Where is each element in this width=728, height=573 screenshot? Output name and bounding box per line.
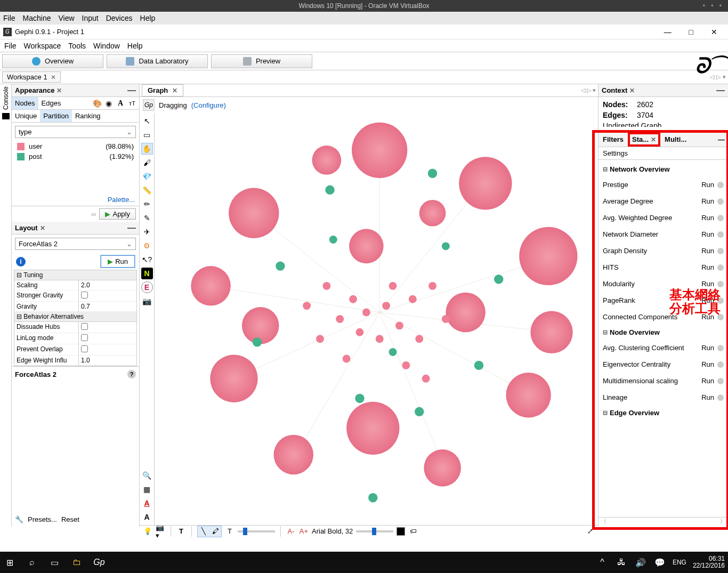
vb-menu-devices[interactable]: Devices	[106, 14, 133, 22]
n-tool[interactable]: N	[141, 268, 153, 279]
behavior-group[interactable]: ⊟ Behavior Alternatives	[14, 312, 136, 322]
diamond-tool[interactable]: 💎	[141, 171, 153, 182]
unique-tab[interactable]: Unique	[12, 110, 40, 122]
rectangle-select-tool[interactable]: ▭	[141, 129, 153, 141]
label-size-icon[interactable]: тT	[127, 99, 137, 108]
graph-canvas[interactable]	[155, 113, 598, 525]
workspace-tab[interactable]: Workspace 1✕	[2, 71, 61, 83]
label-color-icon[interactable]: A	[116, 99, 125, 108]
tab-menu-icon[interactable]: ▾	[593, 87, 596, 93]
partition-row-user[interactable]: user (98.08%)	[12, 141, 139, 151]
close-icon[interactable]: ✕	[629, 87, 635, 94]
wrench-icon[interactable]: 🔧	[15, 515, 23, 523]
edge-line-icon[interactable]: ╲	[198, 526, 209, 537]
nodes-tab[interactable]: Nodes	[12, 97, 38, 109]
volume-icon[interactable]: 🔊	[634, 556, 647, 569]
gephi-taskbar-icon[interactable]: Gp	[93, 556, 106, 569]
drag-tool[interactable]: ✋	[141, 143, 153, 155]
e-tool[interactable]: E	[141, 281, 153, 293]
text-tool[interactable]: A	[141, 511, 153, 523]
color-icon[interactable]: 🎨	[92, 99, 102, 108]
dissuade-hubs-checkbox[interactable]	[81, 323, 88, 330]
font-smaller-icon[interactable]: A-	[286, 527, 296, 536]
pointer-tool[interactable]: ↖	[141, 115, 153, 127]
airplane-tool[interactable]: ✈	[141, 226, 153, 238]
scaling-field[interactable]: 2.0	[78, 280, 136, 290]
brush-tool[interactable]: 🖌	[141, 157, 153, 168]
menu-tools[interactable]: Tools	[68, 42, 86, 50]
minimize-panel-icon[interactable]: —	[716, 86, 725, 95]
font-label[interactable]: Arial Bold, 32	[312, 527, 353, 535]
edge-weight-toggle[interactable]: T	[225, 527, 234, 536]
font-larger-icon[interactable]: A+	[299, 527, 309, 536]
gear-icon[interactable]: ⚙	[141, 240, 153, 252]
lightbulb-icon[interactable]: 💡	[143, 527, 152, 536]
vb-menu-input[interactable]: Input	[82, 14, 99, 22]
label-toggle-icon[interactable]: T	[176, 527, 186, 536]
configure-link[interactable]: (Configure)	[191, 101, 226, 109]
edge-color-icon[interactable]: 🖍	[209, 526, 221, 537]
zoom-tool[interactable]: 🔍	[141, 470, 153, 481]
task-view-icon[interactable]: ▭	[48, 556, 61, 569]
minimize-panel-icon[interactable]: —	[127, 86, 136, 95]
layout-algorithm-select[interactable]: ForceAtlas 2	[15, 238, 136, 250]
vb-menu-view[interactable]: View	[58, 14, 74, 22]
preview-mode-button[interactable]: Preview	[211, 54, 312, 68]
prevent-overlap-checkbox[interactable]	[81, 345, 88, 352]
file-explorer-icon[interactable]: 🗀	[70, 556, 83, 569]
edge-display-group[interactable]: ╲ 🖍	[197, 526, 222, 537]
partition-tab[interactable]: Partition	[40, 110, 72, 122]
console-gutter[interactable]: Console	[0, 84, 12, 527]
stronger-gravity-checkbox[interactable]	[81, 292, 88, 298]
close-icon[interactable]: ✕	[56, 87, 62, 94]
reset-link[interactable]: Reset	[61, 515, 79, 523]
label-size-slider[interactable]	[356, 530, 393, 532]
label-color-swatch[interactable]	[397, 527, 405, 536]
ranking-tab[interactable]: Ranking	[72, 110, 104, 122]
minimize-panel-icon[interactable]: —	[127, 223, 136, 233]
close-icon[interactable]: ✕	[51, 74, 56, 81]
edge-pencil-tool[interactable]: ✎	[141, 212, 153, 224]
partition-attribute-select[interactable]: type	[15, 126, 136, 138]
presets-link[interactable]: Presets...	[28, 515, 57, 523]
partition-row-post[interactable]: post (1.92%)	[12, 151, 139, 162]
menu-help[interactable]: Help	[127, 42, 143, 50]
pencil-tool[interactable]: ✏	[141, 198, 153, 210]
tab-next-icon[interactable]: ▷	[587, 87, 591, 93]
vb-menu-machine[interactable]: Machine	[23, 14, 51, 22]
palette-link[interactable]: Palette...	[108, 196, 135, 204]
menu-file[interactable]: File	[4, 42, 17, 50]
edges-tab[interactable]: Edges	[38, 97, 64, 109]
tab-menu-icon[interactable]: ▾	[723, 74, 726, 80]
maximize-button[interactable]: □	[680, 28, 701, 36]
camera-icon[interactable]: 📷	[141, 295, 153, 307]
search-icon[interactable]: ⌕	[26, 556, 38, 569]
sizer-tool[interactable]: 📏	[141, 184, 153, 196]
graph-tab[interactable]: Graph✕	[142, 84, 183, 96]
apply-button[interactable]: ▶Apply	[99, 208, 136, 220]
tuning-group[interactable]: ⊟ Tuning	[14, 270, 136, 280]
info-icon[interactable]: i	[16, 257, 26, 267]
layout-run-button[interactable]: ▶Run	[101, 255, 135, 268]
tab-prev-icon[interactable]: ◁	[710, 74, 714, 80]
edge-weight-field[interactable]: 1.0	[78, 356, 136, 365]
tab-next-icon[interactable]: ▷	[716, 74, 721, 80]
system-clock[interactable]: 06:31 22/12/2016	[693, 555, 725, 569]
minimize-button[interactable]: —	[657, 28, 678, 36]
reset-zoom-tool[interactable]: ▦	[141, 483, 153, 495]
close-button[interactable]: ✕	[703, 28, 725, 36]
close-icon[interactable]: ✕	[40, 224, 45, 232]
help-icon[interactable]: ?	[127, 370, 136, 378]
linlog-checkbox[interactable]	[81, 334, 88, 341]
network-icon[interactable]: 🖧	[615, 556, 628, 569]
virtualbox-window-controls[interactable]: • • •	[703, 2, 724, 10]
language-indicator[interactable]: ENG	[673, 559, 686, 566]
link-icon[interactable]: ∞	[91, 210, 96, 218]
start-button[interactable]: ⊞	[3, 556, 16, 569]
overview-mode-button[interactable]: Overview	[2, 54, 103, 68]
edge-thickness-slider[interactable]	[238, 530, 275, 532]
notifications-icon[interactable]: 💬	[653, 556, 666, 569]
vb-menu-help[interactable]: Help	[140, 14, 156, 22]
size-icon[interactable]: ◉	[104, 99, 114, 108]
menu-workspace[interactable]: Workspace	[24, 42, 61, 50]
